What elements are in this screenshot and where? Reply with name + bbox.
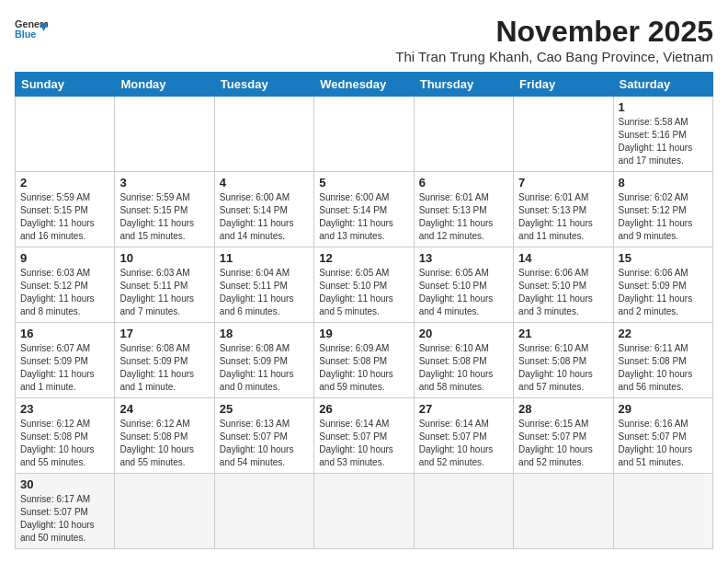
calendar-cell: 26Sunrise: 6:14 AM Sunset: 5:07 PM Dayli…	[314, 398, 414, 474]
calendar: SundayMondayTuesdayWednesdayThursdayFrid…	[15, 72, 713, 549]
calendar-cell: 18Sunrise: 6:08 AM Sunset: 5:09 PM Dayli…	[214, 323, 313, 398]
calendar-cell: 1Sunrise: 5:58 AM Sunset: 5:16 PM Daylig…	[613, 97, 712, 172]
calendar-cell: 22Sunrise: 6:11 AM Sunset: 5:08 PM Dayli…	[613, 323, 712, 398]
day-number: 26	[319, 402, 408, 416]
calendar-cell	[414, 97, 513, 172]
day-info: Sunrise: 6:01 AM Sunset: 5:13 PM Dayligh…	[518, 191, 608, 243]
day-of-week-header: Thursday	[414, 73, 513, 97]
calendar-cell: 5Sunrise: 6:00 AM Sunset: 5:14 PM Daylig…	[314, 172, 414, 247]
calendar-cell: 19Sunrise: 6:09 AM Sunset: 5:08 PM Dayli…	[314, 323, 414, 398]
day-of-week-header: Sunday	[16, 73, 115, 97]
calendar-cell: 30Sunrise: 6:17 AM Sunset: 5:07 PM Dayli…	[16, 474, 115, 549]
day-info: Sunrise: 6:17 AM Sunset: 5:07 PM Dayligh…	[20, 493, 109, 545]
day-info: Sunrise: 6:13 AM Sunset: 5:07 PM Dayligh…	[220, 418, 309, 469]
calendar-cell: 7Sunrise: 6:01 AM Sunset: 5:13 PM Daylig…	[514, 172, 613, 247]
calendar-cell	[613, 474, 712, 549]
day-info: Sunrise: 6:06 AM Sunset: 5:09 PM Dayligh…	[619, 267, 708, 318]
calendar-cell: 24Sunrise: 6:12 AM Sunset: 5:08 PM Dayli…	[115, 398, 214, 474]
day-number: 22	[619, 327, 708, 340]
day-info: Sunrise: 6:14 AM Sunset: 5:07 PM Dayligh…	[419, 418, 508, 469]
day-info: Sunrise: 6:06 AM Sunset: 5:10 PM Dayligh…	[518, 267, 608, 318]
calendar-cell	[314, 474, 414, 549]
day-number: 12	[319, 251, 408, 265]
day-info: Sunrise: 6:03 AM Sunset: 5:12 PM Dayligh…	[20, 267, 109, 318]
day-info: Sunrise: 6:11 AM Sunset: 5:08 PM Dayligh…	[619, 342, 708, 394]
calendar-cell: 29Sunrise: 6:16 AM Sunset: 5:07 PM Dayli…	[613, 398, 712, 474]
day-info: Sunrise: 6:04 AM Sunset: 5:11 PM Dayligh…	[220, 267, 309, 318]
day-number: 5	[319, 176, 408, 190]
subtitle: Thi Tran Trung Khanh, Cao Bang Province,…	[395, 49, 713, 64]
day-info: Sunrise: 6:16 AM Sunset: 5:07 PM Dayligh…	[619, 418, 708, 469]
day-number: 7	[518, 176, 608, 190]
calendar-cell: 16Sunrise: 6:07 AM Sunset: 5:09 PM Dayli…	[16, 323, 115, 398]
day-of-week-header: Monday	[115, 73, 214, 97]
calendar-cell: 27Sunrise: 6:14 AM Sunset: 5:07 PM Dayli…	[414, 398, 513, 474]
calendar-cell: 21Sunrise: 6:10 AM Sunset: 5:08 PM Dayli…	[514, 323, 613, 398]
calendar-cell	[214, 474, 313, 549]
day-number: 11	[220, 251, 309, 265]
day-of-week-header: Friday	[514, 73, 613, 97]
calendar-cell: 9Sunrise: 6:03 AM Sunset: 5:12 PM Daylig…	[16, 247, 115, 323]
day-info: Sunrise: 6:14 AM Sunset: 5:07 PM Dayligh…	[319, 418, 408, 469]
day-number: 18	[220, 327, 309, 340]
calendar-cell: 8Sunrise: 6:02 AM Sunset: 5:12 PM Daylig…	[613, 172, 712, 247]
logo: General Blue	[15, 15, 48, 48]
calendar-cell: 6Sunrise: 6:01 AM Sunset: 5:13 PM Daylig…	[414, 172, 513, 247]
day-number: 6	[419, 176, 508, 190]
calendar-cell	[115, 97, 214, 172]
day-info: Sunrise: 6:12 AM Sunset: 5:08 PM Dayligh…	[119, 418, 209, 469]
calendar-cell: 12Sunrise: 6:05 AM Sunset: 5:10 PM Dayli…	[314, 247, 414, 323]
day-number: 27	[419, 402, 508, 416]
day-of-week-header: Wednesday	[314, 73, 414, 97]
calendar-cell: 23Sunrise: 6:12 AM Sunset: 5:08 PM Dayli…	[16, 398, 115, 474]
day-of-week-header: Tuesday	[214, 73, 313, 97]
day-info: Sunrise: 6:00 AM Sunset: 5:14 PM Dayligh…	[319, 191, 408, 243]
day-number: 28	[518, 402, 608, 416]
day-info: Sunrise: 6:08 AM Sunset: 5:09 PM Dayligh…	[220, 342, 309, 394]
day-info: Sunrise: 6:12 AM Sunset: 5:08 PM Dayligh…	[20, 418, 109, 469]
calendar-cell	[514, 97, 613, 172]
day-number: 24	[119, 402, 209, 416]
day-number: 4	[220, 176, 309, 190]
day-info: Sunrise: 5:58 AM Sunset: 5:16 PM Dayligh…	[619, 116, 708, 167]
day-of-week-header: Saturday	[613, 73, 712, 97]
day-info: Sunrise: 6:03 AM Sunset: 5:11 PM Dayligh…	[119, 267, 209, 318]
day-number: 23	[20, 402, 109, 416]
calendar-cell: 14Sunrise: 6:06 AM Sunset: 5:10 PM Dayli…	[514, 247, 613, 323]
calendar-cell	[514, 474, 613, 549]
calendar-cell: 3Sunrise: 5:59 AM Sunset: 5:15 PM Daylig…	[115, 172, 214, 247]
day-info: Sunrise: 6:15 AM Sunset: 5:07 PM Dayligh…	[518, 418, 608, 469]
day-info: Sunrise: 6:08 AM Sunset: 5:09 PM Dayligh…	[119, 342, 209, 394]
calendar-cell	[214, 97, 313, 172]
day-number: 14	[518, 251, 608, 265]
day-number: 2	[20, 176, 109, 190]
day-number: 13	[419, 251, 508, 265]
day-info: Sunrise: 6:09 AM Sunset: 5:08 PM Dayligh…	[319, 342, 408, 394]
calendar-cell	[16, 97, 115, 172]
day-info: Sunrise: 6:05 AM Sunset: 5:10 PM Dayligh…	[319, 267, 408, 318]
day-number: 20	[419, 327, 508, 340]
day-number: 16	[20, 327, 109, 340]
calendar-cell: 11Sunrise: 6:04 AM Sunset: 5:11 PM Dayli…	[214, 247, 313, 323]
calendar-cell: 2Sunrise: 5:59 AM Sunset: 5:15 PM Daylig…	[16, 172, 115, 247]
title-block: November 2025 Thi Tran Trung Khanh, Cao …	[395, 15, 713, 64]
day-number: 17	[119, 327, 209, 340]
calendar-cell	[414, 474, 513, 549]
calendar-cell: 25Sunrise: 6:13 AM Sunset: 5:07 PM Dayli…	[214, 398, 313, 474]
day-number: 21	[518, 327, 608, 340]
day-info: Sunrise: 6:05 AM Sunset: 5:10 PM Dayligh…	[419, 267, 508, 318]
calendar-cell: 4Sunrise: 6:00 AM Sunset: 5:14 PM Daylig…	[214, 172, 313, 247]
day-info: Sunrise: 6:02 AM Sunset: 5:12 PM Dayligh…	[619, 191, 708, 243]
calendar-cell: 15Sunrise: 6:06 AM Sunset: 5:09 PM Dayli…	[613, 247, 712, 323]
day-info: Sunrise: 6:10 AM Sunset: 5:08 PM Dayligh…	[419, 342, 508, 394]
day-info: Sunrise: 6:10 AM Sunset: 5:08 PM Dayligh…	[518, 342, 608, 394]
calendar-cell: 10Sunrise: 6:03 AM Sunset: 5:11 PM Dayli…	[115, 247, 214, 323]
calendar-cell	[115, 474, 214, 549]
calendar-cell: 17Sunrise: 6:08 AM Sunset: 5:09 PM Dayli…	[115, 323, 214, 398]
day-info: Sunrise: 6:07 AM Sunset: 5:09 PM Dayligh…	[20, 342, 109, 394]
day-number: 25	[220, 402, 309, 416]
day-number: 9	[20, 251, 109, 265]
day-number: 8	[619, 176, 708, 190]
day-info: Sunrise: 5:59 AM Sunset: 5:15 PM Dayligh…	[119, 191, 209, 243]
day-info: Sunrise: 5:59 AM Sunset: 5:15 PM Dayligh…	[20, 191, 109, 243]
